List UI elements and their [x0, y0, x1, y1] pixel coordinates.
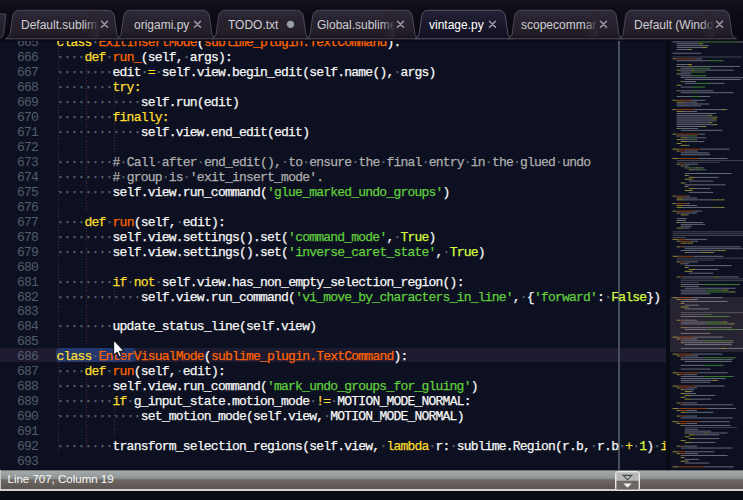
svg-text:origami.py: origami.py	[134, 18, 189, 32]
svg-text:TODO.txt: TODO.txt	[228, 18, 279, 32]
svg-text:vintage.py: vintage.py	[429, 18, 484, 32]
